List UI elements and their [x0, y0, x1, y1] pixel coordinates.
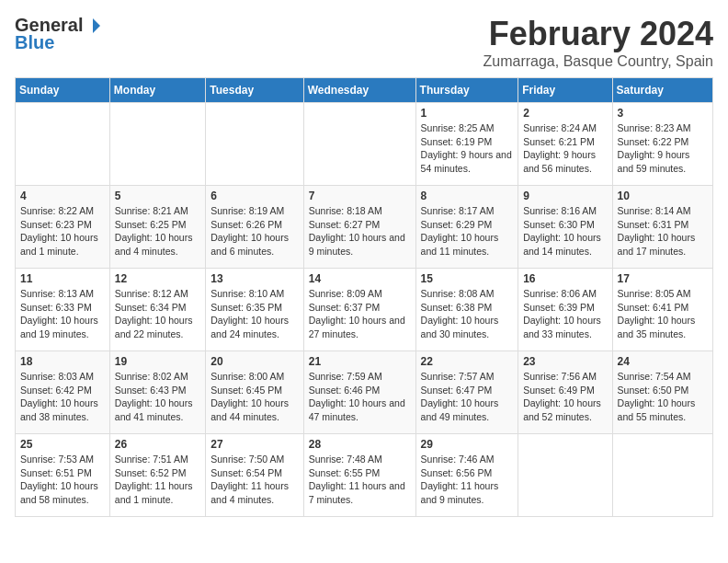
day-info: Sunrise: 7:53 AM Sunset: 6:51 PM Dayligh…: [20, 453, 105, 507]
calendar-table: Sunday Monday Tuesday Wednesday Thursday…: [15, 77, 713, 517]
day-number: 23: [523, 355, 607, 368]
calendar-week-row: 11Sunrise: 8:13 AM Sunset: 6:33 PM Dayli…: [16, 269, 713, 351]
day-info: Sunrise: 8:02 AM Sunset: 6:43 PM Dayligh…: [115, 370, 200, 424]
calendar-week-row: 18Sunrise: 8:03 AM Sunset: 6:42 PM Dayli…: [16, 351, 713, 434]
calendar-title: February 2024: [483, 15, 714, 53]
day-info: Sunrise: 7:48 AM Sunset: 6:55 PM Dayligh…: [309, 453, 411, 507]
day-info: Sunrise: 8:21 AM Sunset: 6:25 PM Dayligh…: [115, 204, 200, 259]
table-row: [206, 103, 303, 186]
title-section: February 2024 Zumarraga, Basque Country,…: [483, 15, 714, 70]
table-row: 14Sunrise: 8:09 AM Sunset: 6:37 PM Dayli…: [303, 269, 415, 351]
header-thursday: Thursday: [415, 78, 518, 103]
table-row: 8Sunrise: 8:17 AM Sunset: 6:29 PM Daylig…: [415, 186, 518, 269]
table-row: 10Sunrise: 8:14 AM Sunset: 6:31 PM Dayli…: [612, 186, 712, 269]
table-row: 19Sunrise: 8:02 AM Sunset: 6:43 PM Dayli…: [109, 351, 205, 434]
day-info: Sunrise: 8:05 AM Sunset: 6:41 PM Dayligh…: [618, 287, 708, 341]
day-info: Sunrise: 8:18 AM Sunset: 6:27 PM Dayligh…: [309, 204, 411, 259]
day-info: Sunrise: 7:51 AM Sunset: 6:52 PM Dayligh…: [115, 453, 200, 507]
day-info: Sunrise: 8:09 AM Sunset: 6:37 PM Dayligh…: [309, 287, 411, 341]
header-sunday: Sunday: [16, 78, 110, 103]
day-number: 2: [523, 107, 607, 120]
logo-blue-text: Blue: [15, 32, 54, 53]
day-number: 12: [115, 272, 200, 285]
table-row: 22Sunrise: 7:57 AM Sunset: 6:47 PM Dayli…: [415, 351, 518, 434]
day-info: Sunrise: 8:22 AM Sunset: 6:23 PM Dayligh…: [20, 204, 105, 259]
table-row: 6Sunrise: 8:19 AM Sunset: 6:26 PM Daylig…: [206, 186, 303, 269]
table-row: 7Sunrise: 8:18 AM Sunset: 6:27 PM Daylig…: [303, 186, 415, 269]
day-number: 4: [20, 190, 105, 202]
day-number: 19: [115, 355, 200, 368]
svg-marker-0: [93, 18, 100, 33]
table-row: 20Sunrise: 8:00 AM Sunset: 6:45 PM Dayli…: [206, 351, 303, 434]
day-number: 18: [20, 355, 105, 368]
day-number: 15: [421, 272, 514, 285]
day-number: 21: [309, 355, 411, 368]
table-row: 26Sunrise: 7:51 AM Sunset: 6:52 PM Dayli…: [109, 434, 205, 517]
day-number: 7: [309, 190, 411, 202]
day-info: Sunrise: 7:57 AM Sunset: 6:47 PM Dayligh…: [421, 370, 514, 424]
table-row: [109, 103, 205, 186]
calendar-subtitle: Zumarraga, Basque Country, Spain: [483, 53, 714, 70]
table-row: 3Sunrise: 8:23 AM Sunset: 6:22 PM Daylig…: [612, 103, 712, 186]
calendar-week-row: 1Sunrise: 8:25 AM Sunset: 6:19 PM Daylig…: [16, 103, 713, 186]
table-row: 16Sunrise: 8:06 AM Sunset: 6:39 PM Dayli…: [518, 269, 612, 351]
table-row: 18Sunrise: 8:03 AM Sunset: 6:42 PM Dayli…: [16, 351, 110, 434]
table-row: [16, 103, 110, 186]
day-info: Sunrise: 7:54 AM Sunset: 6:50 PM Dayligh…: [618, 370, 708, 424]
table-row: 9Sunrise: 8:16 AM Sunset: 6:30 PM Daylig…: [518, 186, 612, 269]
day-number: 1: [421, 107, 514, 120]
day-info: Sunrise: 8:17 AM Sunset: 6:29 PM Dayligh…: [421, 204, 514, 259]
day-info: Sunrise: 8:00 AM Sunset: 6:45 PM Dayligh…: [210, 370, 298, 424]
table-row: [612, 434, 712, 517]
day-info: Sunrise: 8:03 AM Sunset: 6:42 PM Dayligh…: [20, 370, 105, 424]
table-row: 1Sunrise: 8:25 AM Sunset: 6:19 PM Daylig…: [415, 103, 518, 186]
header-friday: Friday: [518, 78, 612, 103]
day-info: Sunrise: 7:50 AM Sunset: 6:54 PM Dayligh…: [210, 453, 298, 507]
day-number: 24: [618, 355, 708, 368]
day-number: 27: [210, 438, 298, 451]
day-info: Sunrise: 8:10 AM Sunset: 6:35 PM Dayligh…: [210, 287, 298, 341]
table-row: 2Sunrise: 8:24 AM Sunset: 6:21 PM Daylig…: [518, 103, 612, 186]
table-row: 12Sunrise: 8:12 AM Sunset: 6:34 PM Dayli…: [109, 269, 205, 351]
table-row: [303, 103, 415, 186]
table-row: 24Sunrise: 7:54 AM Sunset: 6:50 PM Dayli…: [612, 351, 712, 434]
calendar-week-row: 4Sunrise: 8:22 AM Sunset: 6:23 PM Daylig…: [16, 186, 713, 269]
logo: General Blue: [15, 15, 101, 53]
day-number: 5: [115, 190, 200, 202]
day-number: 3: [618, 107, 708, 120]
day-number: 22: [421, 355, 514, 368]
calendar-week-row: 25Sunrise: 7:53 AM Sunset: 6:51 PM Dayli…: [16, 434, 713, 517]
day-info: Sunrise: 7:59 AM Sunset: 6:46 PM Dayligh…: [309, 370, 411, 424]
day-info: Sunrise: 8:19 AM Sunset: 6:26 PM Dayligh…: [210, 204, 298, 259]
day-number: 17: [618, 272, 708, 285]
table-row: 17Sunrise: 8:05 AM Sunset: 6:41 PM Dayli…: [612, 269, 712, 351]
day-number: 10: [618, 190, 708, 202]
day-number: 6: [210, 190, 298, 202]
day-number: 20: [210, 355, 298, 368]
page-header: General Blue February 2024 Zumarraga, Ba…: [15, 15, 713, 70]
day-info: Sunrise: 7:46 AM Sunset: 6:56 PM Dayligh…: [421, 453, 514, 507]
day-number: 11: [20, 272, 105, 285]
table-row: 29Sunrise: 7:46 AM Sunset: 6:56 PM Dayli…: [415, 434, 518, 517]
table-row: 21Sunrise: 7:59 AM Sunset: 6:46 PM Dayli…: [303, 351, 415, 434]
day-info: Sunrise: 8:14 AM Sunset: 6:31 PM Dayligh…: [618, 204, 708, 259]
day-number: 16: [523, 272, 607, 285]
day-info: Sunrise: 8:23 AM Sunset: 6:22 PM Dayligh…: [618, 121, 708, 176]
table-row: 15Sunrise: 8:08 AM Sunset: 6:38 PM Dayli…: [415, 269, 518, 351]
day-info: Sunrise: 8:25 AM Sunset: 6:19 PM Dayligh…: [421, 121, 514, 176]
day-info: Sunrise: 8:08 AM Sunset: 6:38 PM Dayligh…: [421, 287, 514, 341]
logo-flag-icon: [85, 17, 101, 34]
table-row: 27Sunrise: 7:50 AM Sunset: 6:54 PM Dayli…: [206, 434, 303, 517]
day-info: Sunrise: 7:56 AM Sunset: 6:49 PM Dayligh…: [523, 370, 607, 424]
table-row: 11Sunrise: 8:13 AM Sunset: 6:33 PM Dayli…: [16, 269, 110, 351]
table-row: 28Sunrise: 7:48 AM Sunset: 6:55 PM Dayli…: [303, 434, 415, 517]
day-number: 9: [523, 190, 607, 202]
header-wednesday: Wednesday: [303, 78, 415, 103]
day-number: 13: [210, 272, 298, 285]
table-row: 5Sunrise: 8:21 AM Sunset: 6:25 PM Daylig…: [109, 186, 205, 269]
table-row: 4Sunrise: 8:22 AM Sunset: 6:23 PM Daylig…: [16, 186, 110, 269]
table-row: [518, 434, 612, 517]
day-info: Sunrise: 8:13 AM Sunset: 6:33 PM Dayligh…: [20, 287, 105, 341]
day-number: 8: [421, 190, 514, 202]
day-number: 29: [421, 438, 514, 451]
